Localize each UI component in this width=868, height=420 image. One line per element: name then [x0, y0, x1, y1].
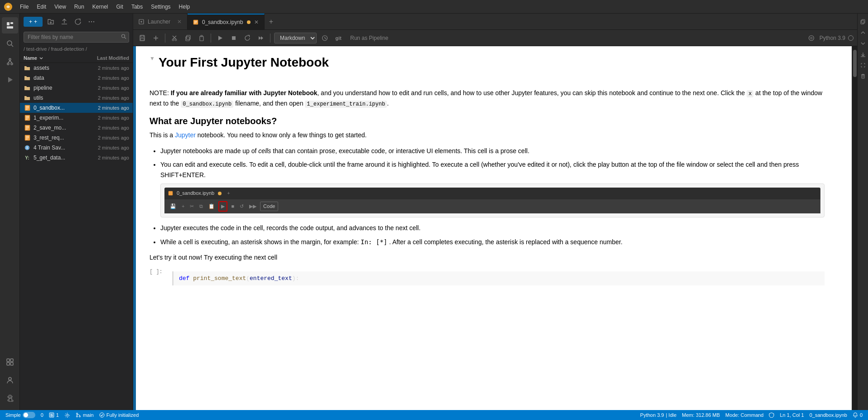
git-button[interactable]: git — [333, 33, 344, 43]
right-sidebar-download[interactable] — [858, 50, 868, 59]
toggle-switch[interactable] — [23, 412, 35, 418]
kernel-info: Python 3.9 — [806, 33, 854, 43]
code-cell[interactable]: def print_some_text(entered_text): — [172, 271, 825, 285]
menu-tabs[interactable]: Tabs — [128, 2, 146, 12]
file-modified: 2 minutes ago — [79, 145, 129, 150]
tab-launcher[interactable]: Launcher ✕ — [133, 14, 188, 29]
simple-toggle[interactable]: Simple — [5, 412, 35, 418]
notebook-scrollbar[interactable] — [852, 46, 857, 410]
add-cell-button[interactable] — [150, 33, 161, 43]
notif-num1: 0 — [41, 412, 43, 418]
file-item-4-train[interactable]: 4 Train Sav... 2 minutes ago — [20, 143, 133, 153]
right-sidebar-expand[interactable] — [858, 61, 868, 70]
cut-button[interactable] — [169, 33, 180, 43]
file-item-1-experiment[interactable]: 1_experim... 2 minutes ago — [20, 113, 133, 123]
refresh-button[interactable] — [72, 16, 83, 27]
menu-git[interactable]: Git — [113, 2, 127, 12]
jupyter-link[interactable]: Jupyter — [175, 131, 196, 139]
sidebar-icon-bar — [0, 14, 20, 410]
new-file-button[interactable]: + + — [24, 17, 43, 27]
menu-run[interactable]: Run — [71, 2, 88, 12]
scrollbar-thumb[interactable] — [853, 50, 857, 77]
menu-view[interactable]: View — [51, 2, 70, 12]
kernel-settings-button[interactable] — [806, 33, 817, 43]
statusbar-left: Simple 0 S 1 — [5, 412, 139, 418]
copy-button[interactable] — [183, 33, 193, 43]
menu-kernel[interactable]: Kernel — [89, 2, 112, 12]
ss-ff: ▶▶ — [247, 202, 258, 212]
tab-close-icon[interactable]: ✕ — [254, 19, 259, 25]
file-item-data[interactable]: data 2 minutes ago — [20, 73, 133, 83]
run-pipeline-button[interactable]: Run as Pipeline — [347, 33, 392, 43]
new-tab-button[interactable]: + — [265, 14, 278, 29]
right-sidebar-down[interactable] — [858, 39, 868, 48]
file-item-assets[interactable]: assets 2 minutes ago — [20, 63, 133, 73]
sidebar-icon-puzzle[interactable] — [2, 390, 18, 406]
param-name: entered_text — [250, 275, 292, 282]
git-branch[interactable]: main — [76, 412, 94, 418]
svg-rect-13 — [10, 359, 13, 362]
stop-button[interactable] — [228, 33, 239, 43]
upload-button[interactable] — [59, 16, 70, 27]
file-modified: 2 minutes ago — [79, 75, 129, 81]
file-item-2-save[interactable]: 2_save_mo... 2 minutes ago — [20, 123, 133, 133]
initialized-label: Fully initialized — [106, 412, 139, 418]
sidebar-icon-search[interactable] — [2, 35, 18, 52]
settings-icon-btn[interactable] — [64, 412, 70, 418]
file-name: assets — [34, 65, 79, 71]
file-item-0-sandbox[interactable]: 0_sandbox... 2 minutes ago — [20, 103, 133, 113]
folder-icon — [24, 94, 31, 101]
sidebar-icon-users[interactable] — [2, 372, 18, 388]
plus-icon: + — [29, 19, 32, 25]
sidebar-icon-extensions[interactable] — [2, 354, 18, 370]
fold-icon[interactable]: ▼ — [149, 55, 155, 62]
more-options-button[interactable] — [86, 16, 97, 27]
svg-rect-1 — [7, 22, 10, 25]
svg-rect-14 — [7, 362, 10, 365]
notebook-wrapper: ▼ Your First Jupyter Notebook NOTE: If y… — [133, 46, 857, 410]
ss-save: 💾 — [168, 202, 178, 212]
notebook-scroll-area[interactable]: ▼ Your First Jupyter Notebook NOTE: If y… — [136, 46, 852, 410]
notebook-icon — [24, 124, 31, 131]
mode-label: Mode: Command — [725, 412, 763, 418]
svg-line-25 — [125, 38, 126, 39]
run-button[interactable] — [215, 33, 226, 43]
svg-marker-11 — [8, 77, 13, 82]
new-folder-button[interactable] — [45, 16, 56, 27]
fast-forward-button[interactable] — [256, 33, 266, 43]
file-item-5-get-data[interactable]: Y: 5_get_data... 2 minutes ago — [20, 153, 133, 163]
right-sidebar — [857, 14, 868, 410]
paste-button[interactable] — [196, 33, 207, 43]
file-modified: 2 minutes ago — [79, 135, 129, 140]
restart-button[interactable] — [242, 33, 253, 43]
svg-point-23 — [93, 21, 94, 22]
file-name: 4 Train Sav... — [34, 145, 79, 151]
right-sidebar-up[interactable] — [858, 28, 868, 37]
notebook-area: Launcher ✕ 0_sandbox.ipynb ✕ + — [133, 14, 857, 410]
ss-copy: ⧉ — [198, 202, 205, 212]
tab-0-sandbox[interactable]: 0_sandbox.ipynb ✕ — [188, 14, 265, 29]
python-status[interactable]: Python 3.9 | Idle — [640, 412, 676, 418]
clock-button[interactable] — [319, 33, 330, 43]
ss-cut: ✂ — [188, 202, 196, 212]
menu-file[interactable]: File — [16, 2, 32, 12]
name-column-header[interactable]: Name — [24, 55, 79, 61]
file-search-input[interactable] — [24, 32, 129, 43]
file-item-pipeline[interactable]: pipeline 2 minutes ago — [20, 83, 133, 93]
right-sidebar-copy[interactable] — [858, 17, 868, 26]
cursor-position: Ln 1, Col 1 — [780, 412, 804, 418]
save-button[interactable] — [137, 33, 148, 43]
cell-type-select[interactable]: Markdown Code Raw — [274, 33, 317, 43]
file-item-3-rest[interactable]: 3_rest_req... 2 minutes ago — [20, 133, 133, 143]
menu-edit[interactable]: Edit — [33, 2, 50, 12]
right-sidebar-delete[interactable] — [858, 72, 868, 81]
menu-help[interactable]: Help — [175, 2, 194, 12]
file-item-utils[interactable]: utils 2 minutes ago — [20, 93, 133, 103]
sidebar-icon-git[interactable] — [2, 53, 18, 70]
tab-close-icon[interactable]: ✕ — [177, 19, 182, 25]
file-search-box — [24, 32, 129, 43]
svg-point-89 — [100, 413, 104, 417]
sidebar-icon-debug[interactable] — [2, 72, 18, 88]
menu-settings[interactable]: Settings — [147, 2, 174, 12]
sidebar-icon-files[interactable] — [2, 17, 18, 34]
